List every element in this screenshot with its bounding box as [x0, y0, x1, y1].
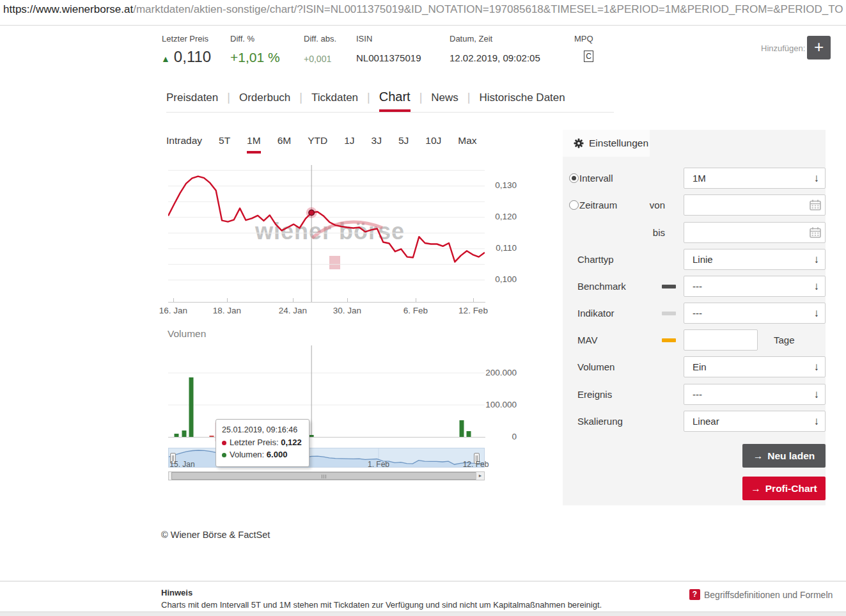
label-diff-pct: Diff. % [230, 34, 255, 43]
chevron-down-icon: ↓ [814, 168, 820, 188]
price-x-tick-label: 18. Jan [205, 306, 249, 315]
volumen-value: Ein [693, 361, 707, 372]
settings-row-benchmark: Benchmark --- ↓ [563, 276, 826, 297]
navigator-date-label: 12. Feb [463, 460, 489, 469]
scrollbar-grip-icon [322, 475, 327, 478]
tooltip-volume-label: Volumen: [230, 450, 264, 459]
arrow-right-icon: → [751, 483, 761, 494]
divider [0, 581, 846, 581]
chevron-down-icon: ↓ [814, 303, 820, 323]
volume-bar [182, 430, 187, 437]
price-chart[interactable] [168, 165, 485, 303]
price-x-tick-label: 12. Feb [451, 306, 496, 315]
datetime-value: 12.02.2019, 09:02:05 [450, 52, 540, 63]
add-button[interactable]: + [807, 36, 831, 59]
chevron-down-icon: ↓ [814, 384, 820, 404]
tooltip-datetime: 25.01.2019, 09:16:46 [222, 424, 302, 436]
zeitraum-radio[interactable] [569, 200, 579, 210]
tab-preisdaten[interactable]: Preisdaten [166, 88, 218, 112]
settings-row-charttyp: Charttyp Linie ↓ [563, 249, 826, 270]
period-intraday[interactable]: Intraday [166, 135, 202, 154]
settings-panel: Einstellungen Intervall 1M ↓ Zeitraum vo… [563, 130, 826, 505]
skalierung-dropdown[interactable]: Linear ↓ [684, 411, 826, 432]
intervall-radio[interactable] [569, 173, 579, 183]
price-x-tick-label: 24. Jan [270, 306, 315, 315]
period-5t[interactable]: 5T [219, 135, 230, 154]
label-diff-abs: Diff. abs. [304, 34, 336, 43]
period-5j[interactable]: 5J [398, 135, 409, 154]
date-to-box[interactable] [684, 222, 826, 243]
plus-icon: + [814, 37, 824, 56]
tab-separator: | [299, 91, 302, 112]
chevron-down-icon: ↓ [814, 249, 820, 269]
benchmark-dropdown[interactable]: --- ↓ [684, 276, 826, 297]
price-y-tick-label: 0,100 [483, 274, 517, 284]
volumen-label: Volumen [577, 356, 615, 377]
tab-separator: | [419, 91, 423, 112]
tab-historische-daten[interactable]: Historische Daten [480, 88, 565, 112]
price-x-tick [173, 298, 174, 302]
tooltip-price-row: Letzter Preis: 0,122 [222, 436, 302, 449]
date-to-input[interactable] [689, 225, 804, 241]
label-mpq: MPQ [574, 34, 593, 43]
price-x-tick [473, 298, 474, 302]
settings-header: Einstellungen [563, 130, 650, 157]
date-from-box[interactable] [684, 194, 826, 216]
charttyp-dropdown[interactable]: Linie ↓ [684, 249, 826, 270]
marker-dot [309, 210, 315, 216]
label-isin: ISIN [356, 34, 372, 43]
chevron-down-icon: ↓ [814, 357, 820, 377]
period-3j[interactable]: 3J [372, 135, 382, 154]
indikator-color-swatch [662, 312, 676, 315]
bis-label: bis [633, 222, 665, 243]
intervall-dropdown[interactable]: 1M ↓ [684, 168, 826, 189]
settings-row-volumen: Volumen Ein ↓ [563, 356, 826, 377]
isin-value: NL0011375019 [356, 52, 421, 63]
scrollbar-thumb[interactable] [171, 472, 477, 480]
tab-news[interactable]: News [431, 88, 458, 112]
indikator-dropdown[interactable]: --- ↓ [684, 303, 826, 324]
period-1m[interactable]: 1M [247, 135, 261, 154]
settings-row-zeitraum-bis: bis [563, 222, 826, 243]
price-y-tick-label: 0,130 [483, 180, 517, 190]
profi-chart-button[interactable]: →Profi-Chart [742, 477, 826, 500]
period-1j[interactable]: 1J [344, 135, 354, 154]
calendar-icon[interactable] [810, 200, 821, 210]
reload-button[interactable]: →Neu laden [742, 444, 826, 468]
price-line-series [168, 177, 485, 262]
date-from-input[interactable] [689, 197, 804, 213]
price-x-tick-labels: 16. Jan18. Jan24. Jan30. Jan6. Feb12. Fe… [168, 298, 485, 319]
tab-bar: Preisdaten | Orderbuch | Tickdaten | Cha… [166, 86, 614, 113]
bottom-strip [0, 612, 846, 616]
mav-days-input[interactable] [684, 329, 758, 351]
volume-section-title: Volumen [168, 328, 206, 340]
skalierung-label: Skalierung [577, 411, 623, 432]
price-bullet-icon [222, 441, 226, 445]
intervall-label: Intervall [579, 168, 613, 189]
help-question-icon[interactable]: ? [689, 589, 700, 600]
volume-y-tick-label: 0 [483, 432, 517, 441]
scroll-right-arrow-icon[interactable]: ► [476, 472, 484, 480]
tab-orderbuch[interactable]: Orderbuch [239, 88, 290, 112]
ereignis-dropdown[interactable]: --- ↓ [684, 384, 826, 405]
period-ytd[interactable]: YTD [308, 135, 327, 154]
period-6m[interactable]: 6M [278, 135, 292, 154]
tab-tickdaten[interactable]: Tickdaten [311, 88, 358, 112]
browser-address-bar[interactable]: https://www.wienerborse.at/marktdaten/ak… [0, 0, 846, 26]
label-datetime: Datum, Zeit [450, 34, 492, 43]
charttyp-label: Charttyp [577, 249, 614, 270]
settings-title: Einstellungen [589, 138, 648, 149]
period-max[interactable]: Max [458, 135, 476, 154]
add-to-watchlist-label: Hinzufügen: [761, 43, 805, 53]
calendar-icon[interactable] [810, 227, 821, 238]
chevron-down-icon: ↓ [814, 411, 820, 431]
navigator-date-label: 15. Jan [169, 460, 194, 469]
ereignis-label: Ereignis [577, 384, 612, 405]
period-10j[interactable]: 10J [425, 135, 441, 154]
definitions-link[interactable]: Begriffsdefinitionen und Formeln [704, 590, 833, 600]
chart-scrollbar[interactable]: ◄ ► [168, 471, 485, 480]
tab-chart[interactable]: Chart [379, 86, 411, 112]
page: https://www.wienerborse.at/marktdaten/ak… [0, 0, 846, 616]
volumen-dropdown[interactable]: Ein ↓ [684, 356, 826, 377]
price-x-tick [293, 298, 294, 302]
